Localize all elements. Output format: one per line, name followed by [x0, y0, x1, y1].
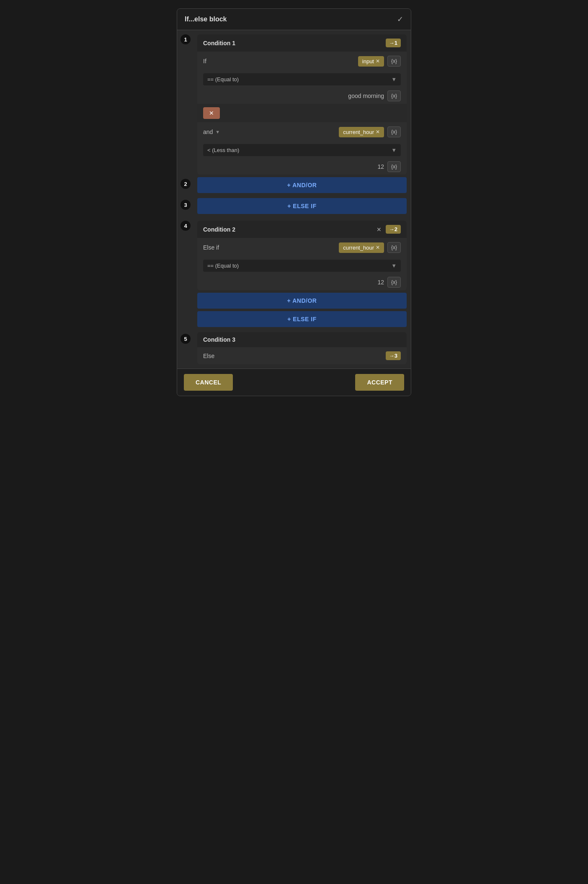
condition1-block: Condition 1 →1 If input ✕ [197, 34, 407, 175]
condition2-value-text: 12 [377, 279, 384, 286]
accept-button[interactable]: ACCEPT [355, 374, 404, 391]
operator2-chevron: ▼ [391, 147, 397, 153]
condition2-col: Condition 2 ✕ →2 Else if current_hour ✕ [193, 216, 411, 330]
add-elseif-btn[interactable]: + ELSE IF [197, 198, 407, 214]
else-row-right: →3 [386, 351, 401, 360]
if-label: If [203, 58, 228, 64]
value1-curly-btn[interactable]: {x} [387, 90, 401, 101]
modal-footer: CANCEL ACCEPT [177, 369, 411, 396]
condition2-andor-btn[interactable]: + AND/OR [197, 293, 407, 309]
value2-curly-btn[interactable]: {x} [387, 161, 401, 172]
condition2-section: 4 Condition 2 ✕ →2 Else if [177, 216, 411, 330]
if-row: If input ✕ {x} [197, 52, 407, 71]
elseif-row-right: current_hour ✕ {x} [339, 242, 401, 253]
condition3-goto-badge[interactable]: →3 [386, 351, 401, 360]
current-hour-tag-remove[interactable]: ✕ [376, 129, 380, 135]
badge-4: 4 [181, 221, 191, 231]
modal-header: If...else block ✓ [177, 9, 411, 30]
condition1-curly-btn[interactable]: {x} [387, 56, 401, 67]
condition2-value-row: 12 {x} [197, 274, 407, 290]
operator1-row: == (Equal to) ▼ [197, 71, 407, 88]
badge-3: 3 [181, 200, 191, 210]
andor-section: 2 + AND/OR [177, 175, 411, 196]
operator1-select[interactable]: == (Equal to) ▼ [203, 73, 401, 85]
condition2-block: Condition 2 ✕ →2 Else if current_hour ✕ [197, 221, 407, 290]
condition2-header: Condition 2 ✕ →2 [197, 221, 407, 238]
condition3-section: 5 Condition 3 Else →3 [177, 330, 411, 369]
condition2-title: Condition 2 [203, 226, 235, 233]
badge-1: 1 [181, 34, 191, 44]
badge-col-3: 3 [177, 196, 193, 210]
condition2-value-curly-btn[interactable]: {x} [387, 277, 401, 288]
current-hour-tag-btn[interactable]: current_hour ✕ [339, 127, 384, 137]
condition3-block: Condition 3 Else →3 [197, 332, 407, 364]
value1-row: good morning {x} [197, 88, 407, 104]
input-tag-btn[interactable]: input ✕ [358, 56, 384, 67]
condition3-title: Condition 3 [203, 336, 235, 343]
badge-col-2: 2 [177, 175, 193, 189]
operator1-chevron: ▼ [391, 76, 397, 82]
value2-row: 12 {x} [197, 159, 407, 175]
value2-text: 12 [377, 163, 384, 170]
condition2-curly-btn[interactable]: {x} [387, 242, 401, 253]
elseif-section: 3 + ELSE IF [177, 196, 411, 216]
and-row-right: current_hour ✕ {x} [339, 126, 401, 137]
elseif-label: Else if [203, 244, 228, 251]
delete-row: ✕ [197, 104, 407, 122]
condition1-header: Condition 1 →1 [197, 34, 407, 52]
condition2-goto-badge[interactable]: →2 [386, 225, 401, 234]
condition2-chevron: ▼ [391, 263, 397, 269]
badge-col-1: 1 [177, 30, 193, 44]
and-label: and [203, 129, 213, 135]
condition2-header-right: ✕ →2 [377, 225, 401, 234]
condition2-current-hour-remove[interactable]: ✕ [376, 245, 380, 250]
condition3-col: Condition 3 Else →3 [193, 330, 411, 369]
add-andor-btn[interactable]: + AND/OR [197, 177, 407, 193]
condition2-operator-select[interactable]: == (Equal to) ▼ [203, 260, 401, 272]
badge-5: 5 [181, 334, 191, 344]
modal-body: 1 Condition 1 →1 If [177, 30, 411, 369]
else-label: Else [203, 353, 228, 359]
and-row: and ▼ current_hour ✕ {x} [197, 122, 407, 142]
else-row: Else →3 [197, 347, 407, 364]
and-curly-btn[interactable]: {x} [387, 126, 401, 137]
if-else-modal: If...else block ✓ 1 Condition 1 →1 [177, 8, 411, 396]
condition1-section: 1 Condition 1 →1 If [177, 30, 411, 175]
condition1-goto-badge[interactable]: →1 [386, 39, 401, 47]
badge-col-5: 5 [177, 330, 193, 344]
elseif-row: Else if current_hour ✕ {x} [197, 238, 407, 257]
and-chevron-icon[interactable]: ▼ [215, 129, 220, 134]
operator2-select[interactable]: < (Less than) ▼ [203, 144, 401, 156]
badge-2: 2 [181, 179, 191, 189]
modal-title: If...else block [185, 15, 227, 23]
elseif-col: + ELSE IF [193, 196, 411, 216]
condition3-header: Condition 3 [197, 332, 407, 347]
check-icon[interactable]: ✓ [397, 15, 403, 24]
if-row-right: input ✕ {x} [358, 56, 401, 67]
input-tag-remove[interactable]: ✕ [376, 58, 380, 64]
operator2-row: < (Less than) ▼ [197, 142, 407, 159]
condition2-operator-row: == (Equal to) ▼ [197, 257, 407, 274]
delete-condition-btn[interactable]: ✕ [203, 107, 220, 119]
condition2-close[interactable]: ✕ [377, 226, 382, 233]
condition1-title: Condition 1 [203, 40, 235, 46]
value1-text: good morning [348, 93, 384, 99]
andor-col: + AND/OR [193, 175, 411, 196]
condition1-col: Condition 1 →1 If input ✕ [193, 30, 411, 175]
condition2-elseif-btn[interactable]: + ELSE IF [197, 311, 407, 327]
cancel-button[interactable]: CANCEL [184, 374, 233, 391]
condition1-header-right: →1 [386, 39, 401, 47]
badge-col-4: 4 [177, 216, 193, 231]
condition2-current-hour-btn[interactable]: current_hour ✕ [339, 242, 384, 253]
